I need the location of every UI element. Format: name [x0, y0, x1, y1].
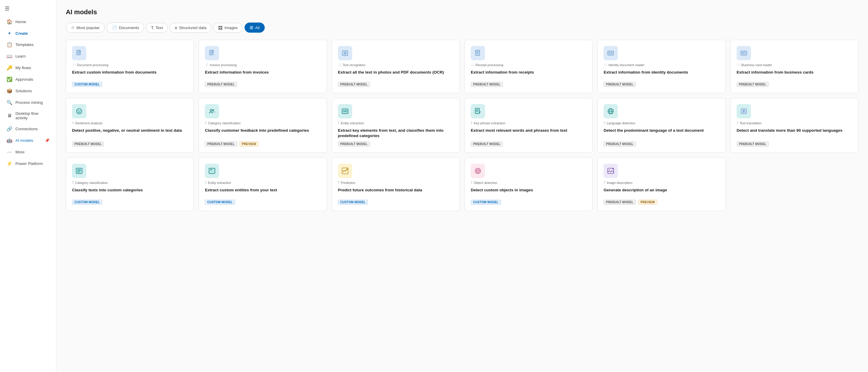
card-prediction[interactable]: T PredictionPredict future outcomes from… [332, 158, 460, 211]
sidebar-item-templates[interactable]: 📋Templates [2, 39, 54, 50]
card-category: T Category classification [205, 121, 320, 125]
identity-doc-reader-icon [603, 46, 618, 60]
sidebar-item-label: Connections [16, 127, 38, 131]
svg-text:T: T [743, 110, 745, 113]
filter-tab-documents[interactable]: 📄Documents [106, 23, 144, 33]
process-mining-icon: 🔍 [6, 100, 12, 105]
more-icon: ⋯ [6, 149, 12, 155]
sidebar-item-solutions[interactable]: 📦Solutions [2, 85, 54, 96]
card-image-description[interactable]: T Image descriptionGenerate description … [597, 158, 725, 211]
card-category: T Prediction [338, 181, 454, 184]
badge-prebuilt-model: PREBUILT MODEL [338, 142, 370, 147]
learn-icon: 📖 [6, 53, 12, 59]
card-category: T Object detection [471, 181, 586, 184]
hamburger-button[interactable]: ☰ [0, 2, 56, 16]
sidebar-item-create[interactable]: +Create [2, 28, 54, 38]
card-language-detection[interactable]: T Language detectionDetect the predomina… [597, 98, 725, 153]
card-category-classification[interactable]: T Category classificationClassify custom… [198, 98, 327, 153]
page-title: AI models [66, 8, 859, 16]
svg-text:": " [210, 168, 212, 173]
badge-prebuilt-model: PREBUILT MODEL [205, 142, 237, 147]
text-tab-icon: T [151, 25, 154, 30]
svg-point-20 [78, 110, 79, 111]
card-category: 📄 Text recognition [338, 63, 454, 67]
card-title: Extract information from receipts [471, 70, 586, 79]
badge-custom-model: CUSTOM MODEL [72, 200, 102, 205]
filter-tab-images[interactable]: 🖼Images [213, 23, 243, 33]
sidebar-item-my-flows[interactable]: 🔑My flows [2, 62, 54, 73]
card-entity-extraction-custom[interactable]: "T Entity extractionExtract custom entit… [198, 158, 327, 211]
sidebar-item-desktop-flow-activity[interactable]: 🖥Desktop flow activity [2, 109, 54, 123]
card-category: 📄 Business card reader [737, 63, 852, 67]
ai-models-icon: 🤖 [6, 138, 12, 143]
filter-tab-text[interactable]: TText [146, 23, 168, 33]
card-entity-extraction[interactable]: ABCT Entity extractionExtract key elemen… [332, 98, 460, 153]
sidebar-item-home[interactable]: 🏠Home [2, 16, 54, 27]
card-category: T Entity extraction [205, 181, 320, 184]
sidebar-item-power-platform[interactable]: ⚡Power Platform [2, 158, 54, 169]
templates-icon: 📋 [6, 42, 12, 48]
my-flows-icon: 🔑 [6, 65, 12, 70]
card-object-detection[interactable]: T Object detectionDetect custom objects … [465, 158, 593, 211]
approvals-icon: ✅ [6, 77, 12, 82]
svg-point-21 [80, 110, 80, 111]
card-title: Detect positive, negative, or neutral se… [72, 128, 188, 139]
filter-tab-most-popular[interactable]: ☆Most popular [66, 23, 105, 33]
category-classification-custom-icon [72, 164, 86, 178]
card-category-classification-custom[interactable]: T Category classificationClassify texts … [66, 158, 194, 211]
badge-prebuilt-model: PREBUILT MODEL [471, 82, 503, 87]
badge-prebuilt-model: PREBUILT MODEL [471, 142, 503, 147]
sidebar-item-process-mining[interactable]: 🔍Process mining [2, 97, 54, 108]
sidebar-item-more[interactable]: ⋯More [2, 147, 54, 158]
sidebar-item-connections[interactable]: 🔗Connections [2, 123, 54, 134]
svg-point-22 [210, 110, 212, 112]
card-business-card-reader[interactable]: 📄 Business card readerExtract informatio… [731, 40, 859, 93]
sidebar-item-label: Desktop flow activity [16, 111, 50, 120]
card-invoice-processing[interactable]: 📄 Invoice processingExtract information … [198, 40, 327, 93]
card-doc-processing[interactable]: 📄 Document processingExtract custom info… [66, 40, 194, 93]
all-tab-icon: ⊞ [250, 25, 253, 30]
card-identity-doc-reader[interactable]: 📄 Identity document readerExtract inform… [597, 40, 725, 93]
sidebar-item-label: Approvals [16, 77, 33, 82]
filter-tab-all[interactable]: ⊞All [245, 23, 265, 33]
sidebar-item-learn[interactable]: 📖Learn [2, 51, 54, 62]
card-sentiment-analysis[interactable]: T Sentiment analysisDetect positive, neg… [66, 98, 194, 153]
badge-preview: PREVIEW [240, 142, 258, 147]
card-text-translation[interactable]: TT Text translationDetect and translate … [731, 98, 859, 153]
card-title: Extract information from identity docume… [603, 70, 719, 79]
svg-rect-8 [475, 50, 479, 55]
all-tab-label: All [255, 26, 260, 30]
badge-custom-model: CUSTOM MODEL [205, 200, 235, 205]
card-title: Generate description of an image [603, 188, 719, 197]
connections-icon: 🔗 [6, 126, 12, 132]
sidebar-item-label: Power Platform [16, 161, 43, 166]
sidebar-item-label: Process mining [16, 100, 43, 105]
language-detection-icon [603, 104, 618, 118]
solutions-icon: 📦 [6, 88, 12, 94]
card-category: 📄 Document processing [72, 63, 188, 67]
svg-rect-16 [741, 51, 747, 55]
doc-processing-icon [72, 46, 86, 60]
card-receipt-processing[interactable]: 📄 Receipt processingExtract information … [465, 40, 593, 93]
pin-icon: 📌 [45, 138, 50, 143]
sidebar-item-label: AI models [16, 138, 33, 143]
card-category: T Text translation [737, 121, 852, 125]
card-text-recognition[interactable]: T📄 Text recognitionExtract all the text … [332, 40, 460, 93]
svg-point-45 [477, 170, 478, 171]
sidebar-item-ai-models[interactable]: 🤖AI models📌 [2, 135, 54, 146]
card-title: Classify customer feedback into predefin… [205, 128, 320, 139]
create-icon: + [6, 31, 12, 36]
card-title: Classify texts into custom categories [72, 188, 188, 197]
most-popular-tab-label: Most popular [76, 26, 100, 30]
badge-custom-model: CUSTOM MODEL [338, 200, 368, 205]
receipt-processing-icon [471, 46, 485, 60]
badge-prebuilt-model: PREBUILT MODEL [603, 142, 636, 147]
card-title: Detect custom objects in images [471, 188, 586, 197]
badge-prebuilt-model: PREBUILT MODEL [603, 200, 636, 205]
filter-tab-structured-data[interactable]: ≡Structured data [169, 23, 211, 33]
sidebar-item-label: Home [16, 20, 26, 24]
card-key-phrase-extraction[interactable]: T Key phrase extractionExtract most rele… [465, 98, 593, 153]
card-category: T Language detection [603, 121, 719, 125]
desktop-flow-activity-icon: 🖥 [6, 113, 12, 118]
sidebar-item-approvals[interactable]: ✅Approvals [2, 74, 54, 85]
